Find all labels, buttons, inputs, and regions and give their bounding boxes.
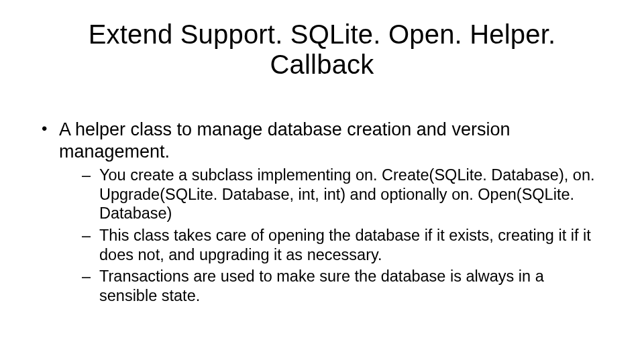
sub-bullet-list: You create a subclass implementing on. C… <box>59 166 604 306</box>
bullet-level2: This class takes care of opening the dat… <box>59 226 604 264</box>
slide-title: Extend Support. SQLite. Open. Helper. Ca… <box>40 19 604 80</box>
bullet-level1: A helper class to manage database creati… <box>40 119 604 305</box>
bullet-level1-text: A helper class to manage database creati… <box>59 119 510 162</box>
bullet-level2: Transactions are used to make sure the d… <box>59 267 604 305</box>
bullet-level2: You create a subclass implementing on. C… <box>59 166 604 223</box>
slide: Extend Support. SQLite. Open. Helper. Ca… <box>0 0 644 362</box>
bullet-list: A helper class to manage database creati… <box>40 119 604 305</box>
